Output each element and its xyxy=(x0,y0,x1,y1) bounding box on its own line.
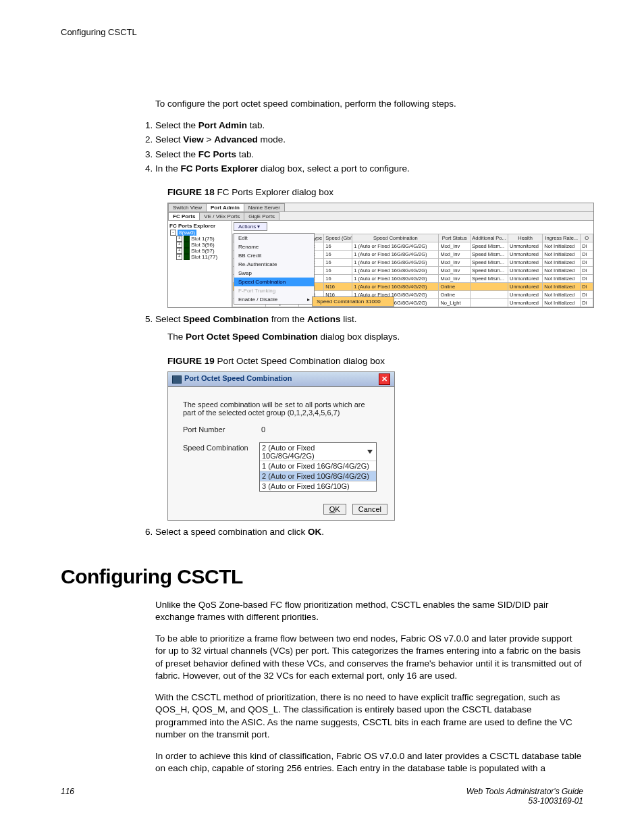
tab-name-server[interactable]: Name Server xyxy=(244,203,285,211)
table-cell: 16 xyxy=(324,242,352,251)
tree-root[interactable]: 8(sw0) xyxy=(178,230,196,236)
table-cell: Online xyxy=(439,291,471,299)
steps-list: Select the Port Admin tab. Select View >… xyxy=(155,120,583,175)
tree-collapse-icon[interactable]: + xyxy=(176,254,182,260)
top-tab-row: Switch View Port Admin Name Server xyxy=(168,203,593,212)
table-cell: 1 (Auto or Fixed 16G/8G/4G/2G) xyxy=(352,275,439,283)
tab-fc-ports[interactable]: FC Ports xyxy=(168,212,200,220)
page-number: 116 xyxy=(61,787,74,806)
table-cell: N16 xyxy=(324,283,352,291)
table-cell: Speed Mism... xyxy=(471,251,508,259)
combo-option[interactable]: 1 (Auto or Fixed 16G/8G/4G/2G) xyxy=(260,461,376,471)
close-icon[interactable]: ✕ xyxy=(379,373,390,385)
table-cell xyxy=(471,291,508,299)
step-4: In the FC Ports Explorer dialog box, sel… xyxy=(155,163,583,175)
menu-rename[interactable]: Rename xyxy=(234,242,314,251)
table-cell: Di xyxy=(581,242,593,251)
table-cell: Not Initialized xyxy=(543,242,581,251)
chevron-down-icon: ▾ xyxy=(257,224,260,230)
table-cell: Unmonitored xyxy=(508,291,543,299)
combo-option[interactable]: 3 (Auto or Fixed 16G/10G) xyxy=(260,481,376,491)
menu-swap[interactable]: Swap xyxy=(234,269,314,278)
table-header[interactable]: O xyxy=(581,234,593,242)
table-cell: Di xyxy=(581,299,593,307)
tab-port-admin[interactable]: Port Admin xyxy=(206,203,244,211)
table-cell: 1 (Auto or Fixed 16G/8G/4G/2G) xyxy=(352,267,439,275)
para-1: Unlike the QoS Zone-based FC flow priori… xyxy=(155,599,583,623)
menu-enable-disable[interactable]: Enable / Disable ▸ xyxy=(234,295,314,304)
chevron-down-icon xyxy=(367,450,373,454)
tree-item[interactable]: Slot 1(75) xyxy=(191,236,215,242)
tree-item[interactable]: Slot 5(97) xyxy=(191,248,215,254)
dialog-title: Port Octet Speed Combination xyxy=(184,374,292,382)
tree-collapse-icon[interactable]: + xyxy=(176,248,182,254)
figure-19: Port Octet Speed Combination ✕ The speed… xyxy=(167,371,395,521)
combo-option[interactable]: 2 (Auto or Fixed 10G/8G/4G/2G) xyxy=(260,471,376,481)
table-cell: Unmonitored xyxy=(508,242,543,251)
table-cell: Unmonitored xyxy=(508,259,543,267)
page-footer: 116 Web Tools Administrator's Guide 53-1… xyxy=(61,787,583,806)
table-header[interactable]: Port Status xyxy=(439,234,471,242)
para-2: To be able to prioritize a frame flow be… xyxy=(155,633,583,682)
table-header[interactable]: Additional Po... xyxy=(471,234,508,242)
table-cell: Speed Mism... xyxy=(471,275,508,283)
figure-19-caption: FIGURE 19 Port Octet Speed Combination d… xyxy=(167,356,583,366)
tree-item[interactable]: Slot 11(77) xyxy=(191,254,217,260)
menu-speed-combination[interactable]: Speed Combination xyxy=(234,278,314,286)
slot-icon xyxy=(184,236,190,242)
figure-18-caption: FIGURE 18 FC Ports Explorer dialog box xyxy=(167,187,583,197)
step-5: Select Speed Combination from the Action… xyxy=(155,313,583,343)
tree-collapse-icon[interactable]: + xyxy=(176,242,182,248)
table-cell: No_Light xyxy=(439,299,471,307)
guide-title: Web Tools Administrator's Guide xyxy=(466,787,583,796)
table-cell: Not Initialized xyxy=(543,267,581,275)
combo-selected: 2 (Auto or Fixed 10G/8G/4G/2G) xyxy=(262,444,367,460)
steps-list-cont: Select Speed Combination from the Action… xyxy=(155,313,583,343)
tree-item[interactable]: Slot 3(96) xyxy=(191,242,215,248)
actions-button[interactable]: Actions ▾ xyxy=(234,222,267,231)
table-cell: Unmonitored xyxy=(508,267,543,275)
menu-reauth[interactable]: Re-Authenticate xyxy=(234,260,314,269)
table-cell: 16 xyxy=(324,267,352,275)
step-3: Select the FC Ports tab. xyxy=(155,149,583,161)
actions-submenu: Speed Combination 31000 xyxy=(312,296,394,307)
cancel-button[interactable]: Cancel xyxy=(352,504,387,515)
section-title: Configuring CSCTL xyxy=(61,565,583,588)
table-cell xyxy=(471,299,508,307)
tree-collapse-icon[interactable]: - xyxy=(170,230,176,236)
tree-collapse-icon[interactable]: + xyxy=(176,236,182,242)
ok-button[interactable]: OK xyxy=(323,504,346,515)
speed-combo-dropdown[interactable]: 2 (Auto or Fixed 10G/8G/4G/2G) 1 (Auto o… xyxy=(259,442,377,492)
speed-combo-label: Speed Combination xyxy=(183,442,254,452)
table-cell: Not Initialized xyxy=(543,283,581,291)
table-cell: Di xyxy=(581,275,593,283)
table-cell: 1 (Auto or Fixed 16G/8G/4G/2G) xyxy=(352,283,439,291)
table-cell: Unmonitored xyxy=(508,299,543,307)
submenu-item[interactable]: Speed Combination 31000 xyxy=(313,297,394,306)
table-cell: Not Initialized xyxy=(543,259,581,267)
table-header[interactable]: Health xyxy=(508,234,543,242)
step-6: Select a speed combination and click OK. xyxy=(155,526,583,538)
slot-icon xyxy=(184,248,190,254)
table-header[interactable]: Speed Combination xyxy=(352,234,439,242)
table-cell: Speed Mism... xyxy=(471,267,508,275)
page-header: Configuring CSCTL xyxy=(61,27,583,37)
table-cell: 16 xyxy=(324,275,352,283)
table-header[interactable]: Ingress Rate... xyxy=(543,234,581,242)
menu-bb-credit[interactable]: BB Credit xyxy=(234,251,314,260)
table-cell: 16 xyxy=(324,259,352,267)
dialog-desc: The speed combination will be set to all… xyxy=(183,400,379,417)
tab-ve-ports[interactable]: VE / VEx Ports xyxy=(199,212,244,220)
chevron-right-icon: ▸ xyxy=(307,296,310,303)
explorer-label: FC Ports Explorer xyxy=(169,222,230,230)
intro-text: To configure the port octet speed combin… xyxy=(155,98,583,110)
port-number-value: 0 xyxy=(259,425,267,434)
tab-gige-ports[interactable]: GigE Ports xyxy=(244,212,279,220)
tab-switch-view[interactable]: Switch View xyxy=(168,203,207,211)
table-header[interactable]: Speed (Gb/s) xyxy=(324,234,352,242)
table-cell: Mod_Inv xyxy=(439,275,471,283)
table-cell: Speed Mism... xyxy=(471,259,508,267)
menu-fport-trunking: F-Port Trunking xyxy=(234,286,314,295)
menu-edit[interactable]: Edit xyxy=(234,234,314,242)
table-cell: Speed Mism... xyxy=(471,242,508,251)
